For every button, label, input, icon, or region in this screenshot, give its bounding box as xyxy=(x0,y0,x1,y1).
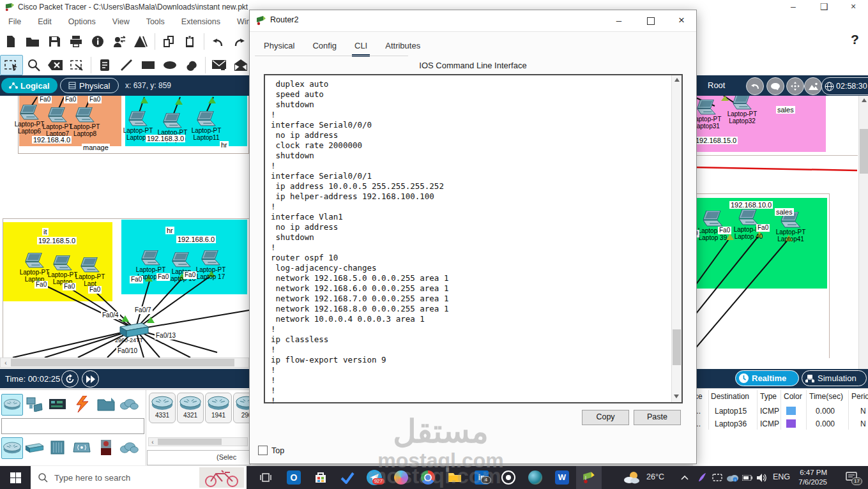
device-laptop32[interactable]: Laptop-PTLaptop32 xyxy=(720,96,765,124)
cli-output[interactable]: duplex auto speed auto shutdown ! interf… xyxy=(265,75,681,406)
new-cluster-button[interactable] xyxy=(766,77,784,95)
root-label[interactable]: Root xyxy=(708,80,725,90)
category-misc[interactable] xyxy=(96,394,116,414)
cable[interactable] xyxy=(693,235,759,317)
scroll-thumb[interactable] xyxy=(673,329,681,365)
inspect-tool-button[interactable] xyxy=(23,56,45,75)
place-note-button[interactable] xyxy=(94,56,116,75)
paste-cli-button[interactable]: Paste xyxy=(634,410,681,425)
draw-line-button[interactable] xyxy=(116,56,137,75)
resize-shape-button[interactable] xyxy=(66,56,88,75)
menu-options[interactable]: Options xyxy=(60,17,104,26)
switch-2960[interactable] xyxy=(119,320,149,338)
top-checkbox[interactable] xyxy=(258,446,268,455)
menu-view[interactable]: View xyxy=(104,17,138,26)
search-highlight-bicycle-image[interactable] xyxy=(199,467,244,488)
taskbar-store[interactable] xyxy=(308,466,333,489)
start-button[interactable] xyxy=(0,466,31,489)
workspace-left[interactable]: 2960-24TT Laptop-PTLaptop6 Laptop-PTLapt… xyxy=(0,96,249,357)
category-components[interactable] xyxy=(47,394,68,414)
red-serial-link[interactable] xyxy=(693,167,857,170)
tab-physical[interactable]: Physical xyxy=(255,38,303,55)
delete-tool-button[interactable] xyxy=(45,56,66,75)
scroll-down-arrow[interactable] xyxy=(674,395,679,398)
tab-cli[interactable]: CLI xyxy=(346,38,376,55)
taskbar-word[interactable]: W xyxy=(549,466,575,489)
draw-freeform-button[interactable] xyxy=(181,56,202,75)
set-background-button[interactable] xyxy=(804,77,822,95)
category-connections[interactable] xyxy=(72,394,92,414)
subcategory-wan[interactable] xyxy=(119,437,139,458)
logical-mode-button[interactable]: Logical xyxy=(1,78,57,93)
tray-weather[interactable] xyxy=(621,466,643,489)
power-cycle-button[interactable] xyxy=(61,370,79,387)
dialog-titlebar[interactable]: Router2 – × xyxy=(250,10,696,32)
info-button[interactable] xyxy=(87,32,109,51)
tray-pen[interactable] xyxy=(694,466,710,489)
taskbar-chatgpt[interactable] xyxy=(496,466,521,489)
category-multiuser[interactable] xyxy=(119,394,139,414)
taskbar-telegram[interactable]: 927 xyxy=(362,466,387,489)
new-file-button[interactable] xyxy=(0,32,22,51)
move-object-button[interactable] xyxy=(786,77,804,95)
scroll-up-arrow[interactable] xyxy=(862,98,867,102)
tray-volume[interactable] xyxy=(754,466,770,489)
taskbar-todo[interactable] xyxy=(335,466,360,489)
subcategory-switches[interactable] xyxy=(24,437,45,458)
dialog-maximize-button[interactable] xyxy=(637,10,665,31)
scroll-thumb[interactable] xyxy=(860,129,868,174)
tray-screen-clip[interactable] xyxy=(709,466,726,489)
tray-battery[interactable] xyxy=(740,466,755,489)
print-button[interactable] xyxy=(65,32,87,51)
tray-language[interactable]: ENG xyxy=(773,472,790,481)
scroll-left-arrow[interactable]: ‹ xyxy=(2,359,10,368)
open-file-button[interactable] xyxy=(22,32,43,51)
taskbar-search[interactable]: Type here to search xyxy=(31,466,247,489)
menu-tools[interactable]: Tools xyxy=(138,17,173,26)
draw-rectangle-button[interactable] xyxy=(137,56,159,75)
taskbar-outlook[interactable]: O xyxy=(281,466,307,489)
scroll-thumb[interactable] xyxy=(11,359,234,366)
device-laptop11[interactable]: Laptop-PTLaptop11 xyxy=(184,111,229,141)
window-close-button[interactable]: × xyxy=(842,0,864,13)
models-hscrollbar[interactable]: ‹ xyxy=(148,437,248,446)
tray-temperature[interactable]: 26°C xyxy=(646,472,664,481)
cable[interactable] xyxy=(693,239,789,351)
taskbar-linkedin[interactable]: in 4 xyxy=(469,466,494,489)
undo-button[interactable] xyxy=(207,32,229,51)
add-complex-pdu-button[interactable] xyxy=(230,56,252,75)
realtime-mode-button[interactable]: Realtime xyxy=(735,370,799,386)
draw-ellipse-button[interactable] xyxy=(159,56,181,75)
scroll-thumb[interactable] xyxy=(158,439,222,445)
tray-onedrive[interactable]: i xyxy=(724,466,741,489)
menu-file[interactable]: File xyxy=(0,17,29,26)
window-minimize-button[interactable]: – xyxy=(782,0,804,13)
menu-edit[interactable]: Edit xyxy=(29,17,60,26)
tray-chevron[interactable] xyxy=(676,466,694,489)
taskbar-packet-tracer[interactable] xyxy=(576,466,602,489)
taskbar-explorer[interactable] xyxy=(442,466,468,489)
subcategory-security[interactable] xyxy=(96,437,116,458)
activity-wizard-button[interactable] xyxy=(109,32,130,51)
taskbar-chrome[interactable] xyxy=(415,466,441,489)
category-network-devices[interactable] xyxy=(1,394,23,416)
scroll-up-arrow[interactable] xyxy=(674,78,680,82)
select-tool-button[interactable] xyxy=(0,55,23,75)
dialog-close-button[interactable]: × xyxy=(667,10,696,31)
back-navigation-button[interactable] xyxy=(746,77,764,95)
window-restore-button[interactable]: ❑ xyxy=(813,0,835,13)
tab-config[interactable]: Config xyxy=(303,38,346,55)
menu-extensions[interactable]: Extensions xyxy=(173,17,229,26)
copy-cli-button[interactable]: Copy xyxy=(582,410,629,425)
subcategory-wireless[interactable] xyxy=(72,437,92,458)
copy-button[interactable] xyxy=(158,32,179,51)
left-canvas-hscrollbar[interactable]: ‹ xyxy=(0,357,249,368)
cli-scrollbar[interactable] xyxy=(671,75,681,402)
right-canvas-vscrollbar[interactable] xyxy=(858,96,868,369)
router-model-4321[interactable]: 4321 xyxy=(177,393,204,423)
tray-clock[interactable]: 6:47 PM 7/6/2025 xyxy=(798,468,827,487)
scroll-left-arrow[interactable]: ‹ xyxy=(149,438,156,447)
cli-terminal[interactable]: duplex auto speed auto shutdown ! interf… xyxy=(264,74,683,403)
simulation-mode-button[interactable]: Simulation xyxy=(802,370,867,386)
help-icon[interactable]: ? xyxy=(851,32,859,47)
